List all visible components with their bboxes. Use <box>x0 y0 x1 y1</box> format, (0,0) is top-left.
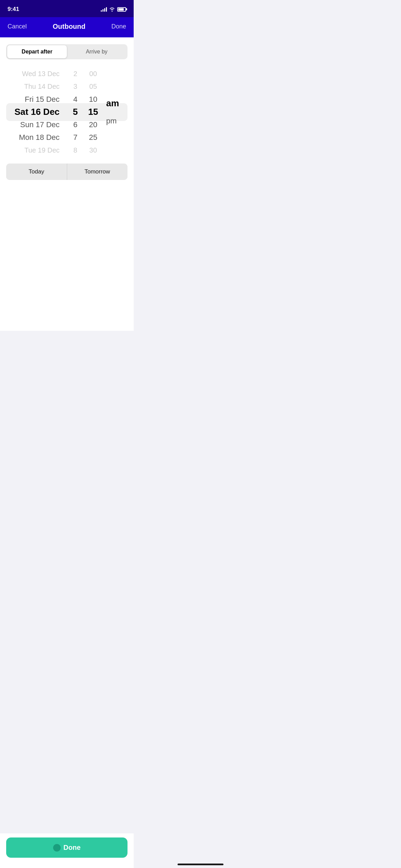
nav-title: Outbound <box>53 23 86 31</box>
minute-item-3[interactable]: 15 <box>88 106 98 118</box>
minute-column[interactable]: 00 05 10 15 20 25 30 <box>84 68 102 157</box>
hour-item-6[interactable]: 8 <box>73 144 77 157</box>
ampm-am[interactable]: am <box>106 94 119 112</box>
minute-item-5[interactable]: 25 <box>89 131 97 144</box>
segment-control: Depart after Arrive by <box>6 44 127 59</box>
minute-item-2[interactable]: 10 <box>89 93 97 106</box>
hour-item-4[interactable]: 6 <box>73 119 77 131</box>
cancel-button[interactable]: Cancel <box>8 23 27 30</box>
quick-date-buttons: Today Tomorrow <box>6 164 127 180</box>
hour-item-3[interactable]: 5 <box>73 106 78 118</box>
nav-done-button[interactable]: Done <box>111 23 126 30</box>
hour-item-0[interactable]: 2 <box>73 68 77 80</box>
picker-columns: Wed 13 Dec Thu 14 Dec Fri 15 Dec Sat 16 … <box>6 68 127 157</box>
arrive-by-tab[interactable]: Arrive by <box>67 45 126 58</box>
ampm-column[interactable]: am pm <box>102 68 127 157</box>
hour-column[interactable]: 2 3 4 5 6 7 8 <box>66 68 84 157</box>
hour-item-5[interactable]: 7 <box>73 131 77 144</box>
ampm-pm[interactable]: pm <box>106 112 117 130</box>
content-area: Depart after Arrive by Wed 13 Dec Thu 14… <box>0 37 134 194</box>
status-bar: 9:41 <box>0 0 134 17</box>
tomorrow-button[interactable]: Tomorrow <box>67 164 128 180</box>
date-item-3[interactable]: Sat 16 Dec <box>14 106 60 118</box>
bottom-space <box>0 194 134 331</box>
wifi-icon <box>109 7 115 12</box>
date-item-5[interactable]: Mon 18 Dec <box>19 131 60 144</box>
date-item-4[interactable]: Sun 17 Dec <box>20 119 60 131</box>
signal-icon <box>101 7 107 12</box>
minute-item-6[interactable]: 30 <box>89 144 97 157</box>
minute-item-4[interactable]: 20 <box>89 119 97 131</box>
date-item-6[interactable]: Tue 19 Dec <box>24 144 60 157</box>
date-item-0[interactable]: Wed 13 Dec <box>22 68 60 80</box>
date-item-2[interactable]: Fri 15 Dec <box>25 93 59 106</box>
minute-item-0[interactable]: 00 <box>89 68 97 80</box>
battery-icon <box>117 7 126 12</box>
nav-bar: Cancel Outbound Done <box>0 17 134 37</box>
today-button[interactable]: Today <box>6 164 67 180</box>
date-item-1[interactable]: Thu 14 Dec <box>24 80 59 93</box>
status-icons <box>101 7 126 12</box>
date-time-picker[interactable]: Wed 13 Dec Thu 14 Dec Fri 15 Dec Sat 16 … <box>6 68 127 157</box>
date-column[interactable]: Wed 13 Dec Thu 14 Dec Fri 15 Dec Sat 16 … <box>6 68 66 157</box>
hour-item-2[interactable]: 4 <box>73 93 77 106</box>
hour-item-1[interactable]: 3 <box>73 80 77 93</box>
status-time: 9:41 <box>8 6 19 13</box>
minute-item-1[interactable]: 05 <box>89 80 97 93</box>
depart-after-tab[interactable]: Depart after <box>7 45 67 58</box>
